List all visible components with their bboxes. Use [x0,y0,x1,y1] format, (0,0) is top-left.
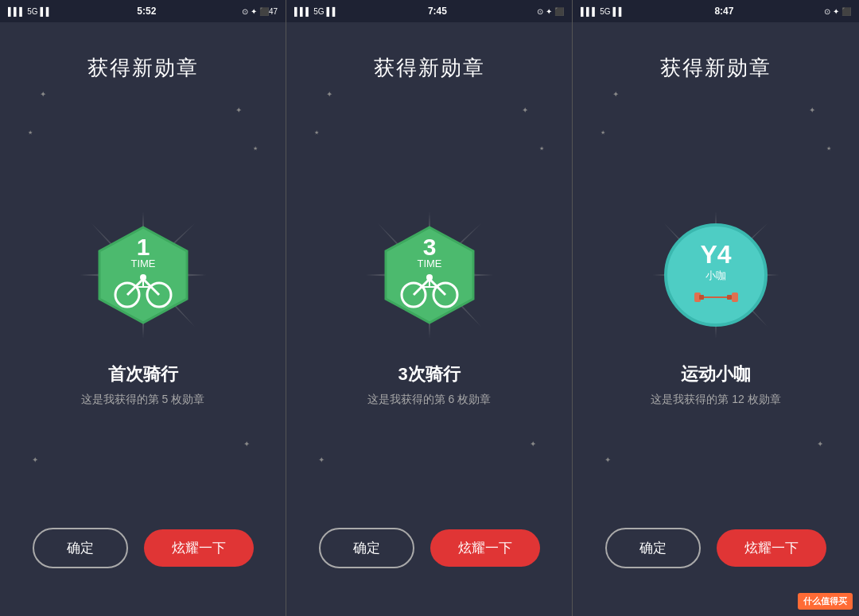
panel3-badge-glow: Y4 小咖 [644,203,787,347]
panel2-badge-area: ✦ ✦ ✦ ✦ ★ ★ [310,82,548,528]
panel2-badge-name: 3次骑行 [398,362,460,386]
svg-rect-45 [699,295,704,300]
phone-panel-1: ▌▌▌ 5G ▌▌ 5:52 ⊙ ✦ ⬛47 获得新勋章 ✦ ✦ ✦ ✦ ★ ★ [0,0,286,616]
panel2-buttons: 确定 炫耀一下 [310,528,548,568]
svg-point-17 [140,274,146,281]
watermark-label: 什么值得买 [798,593,853,610]
status-right-2: ⊙ ✦ ⬛ [537,7,564,16]
panel3-badge-area: ✦ ✦ ✦ ✦ ★ ★ [597,82,835,528]
star-decoration: ★ [314,130,319,136]
svg-text:1: 1 [136,234,150,260]
panel1-title: 获得新勋章 [87,54,199,82]
panel3-xiaoka-label: 小咖 [705,269,726,283]
battery-icon-1: ⬛47 [259,7,278,16]
status-bar-2: ▌▌▌ 5G ▌▌ 7:45 ⊙ ✦ ⬛ [286,0,572,22]
panel2-share-button[interactable]: 炫耀一下 [430,529,540,567]
panel1-content: 获得新勋章 ✦ ✦ ✦ ✦ ★ ★ [0,22,286,616]
battery-icon-3: ⬛ [842,7,851,16]
status-left-2: ▌▌▌ 5G ▌▌ [294,7,338,16]
panel3-badge-name: 运动小咖 [681,362,751,386]
panel2-content: 获得新勋章 ✦ ✦ ✦ ✦ ★ ★ [286,22,572,616]
star-decoration: ✦ [522,106,528,114]
signal2-icon-3: ▌▌ [613,7,624,16]
battery-icon-2: ⬛ [554,7,564,16]
panel3-title: 获得新勋章 [660,54,772,82]
star-decoration: ★ [826,145,831,152]
status-left-3: ▌▌▌ 5G ▌▌ [581,7,624,16]
signal-icon-1: ▌▌▌ [8,7,25,16]
bluetooth-icon-3: ✦ [833,7,839,16]
panel3-buttons: 确定 炫耀一下 [597,528,835,568]
phone-panel-3: ▌▌▌ 5G ▌▌ 8:47 ⊙ ✦ ⬛ 获得新勋章 ✦ ✦ ✦ ✦ ★ ★ [573,0,859,616]
dumbbell-icon [694,286,738,308]
star-decoration: ✦ [243,440,250,448]
panel1-badge-area: ✦ ✦ ✦ ✦ ★ ★ [24,82,262,528]
bluetooth-icon-1: ✦ [251,7,257,16]
signal2-icon-2: ▌▌ [327,7,338,16]
status-bar-1: ▌▌▌ 5G ▌▌ 5:52 ⊙ ✦ ⬛47 [0,0,286,22]
signal-icon-2: ▌▌▌ [294,7,311,16]
time-3: 8:47 [714,6,733,17]
nfc-icon-3: ⊙ [824,7,830,16]
network-icon-1: 5G [27,7,37,16]
panel3-share-button[interactable]: 炫耀一下 [717,529,826,567]
star-decoration: ✦ [809,106,815,114]
star-decoration: ✦ [235,106,242,114]
signal2-icon-1: ▌▌ [41,7,52,16]
star-decoration: ★ [253,145,258,152]
nfc-icon-2: ⊙ [537,7,543,16]
star-decoration: ✦ [326,90,332,99]
panel1-badge-desc: 这是我获得的第 5 枚勋章 [81,393,205,407]
time-1: 5:52 [137,6,156,17]
panel1-badge-name: 首次骑行 [108,362,178,386]
panel3-confirm-button[interactable]: 确定 [605,528,701,568]
signal-icon-3: ▌▌▌ [581,7,597,16]
star-decoration: ✦ [318,455,325,464]
star-decoration: ✦ [530,440,536,448]
star-decoration: ✦ [40,90,46,99]
panel2-badge-glow: 3 TIME [358,203,501,347]
svg-point-35 [426,274,433,281]
star-decoration: ★ [601,130,605,136]
phone-panel-2: ▌▌▌ 5G ▌▌ 7:45 ⊙ ✦ ⬛ 获得新勋章 ✦ ✦ ✦ ✦ ★ ★ [286,0,573,616]
svg-text:TIME: TIME [130,258,155,269]
panel1-hexagon: 1 TIME [91,223,195,327]
star-decoration: ✦ [817,440,823,448]
star-decoration: ★ [539,145,544,152]
svg-text:3: 3 [422,234,436,260]
status-right-3: ⊙ ✦ ⬛ [824,7,851,16]
svg-rect-47 [727,295,732,300]
nfc-icon-1: ⊙ [242,7,248,16]
panel1-confirm-button[interactable]: 确定 [33,528,128,568]
panel1-buttons: 确定 炫耀一下 [24,528,262,568]
star-decoration: ✦ [32,455,38,464]
svg-text:TIME: TIME [417,258,441,269]
network-icon-2: 5G [313,7,324,16]
star-decoration: ✦ [612,90,619,99]
panel3-circle-badge: Y4 小咖 [664,223,768,327]
panel2-confirm-button[interactable]: 确定 [319,528,414,568]
network-icon-3: 5G [600,7,610,16]
panel2-title: 获得新勋章 [374,54,485,82]
hexagon-svg-1: 1 TIME [91,223,195,327]
panel3-content: 获得新勋章 ✦ ✦ ✦ ✦ ★ ★ [573,22,859,616]
panel3-badge-desc: 这是我获得的第 12 枚勋章 [651,393,780,407]
star-decoration: ✦ [604,455,611,464]
star-decoration: ★ [28,130,33,136]
panel2-badge-desc: 这是我获得的第 6 枚勋章 [367,393,492,407]
panel1-badge-glow: 1 TIME [72,203,215,347]
panel1-share-button[interactable]: 炫耀一下 [144,529,254,567]
time-2: 7:45 [428,6,447,17]
bluetooth-icon-2: ✦ [546,7,552,16]
panel3-y4-label: Y4 [700,242,731,267]
status-right-1: ⊙ ✦ ⬛47 [242,7,278,16]
status-bar-3: ▌▌▌ 5G ▌▌ 8:47 ⊙ ✦ ⬛ [573,0,859,22]
svg-rect-48 [732,293,738,302]
status-left-1: ▌▌▌ 5G ▌▌ [8,7,52,16]
hexagon-svg-2: 3 TIME [378,223,481,327]
svg-rect-46 [704,296,729,298]
panel2-hexagon: 3 TIME [378,223,481,327]
